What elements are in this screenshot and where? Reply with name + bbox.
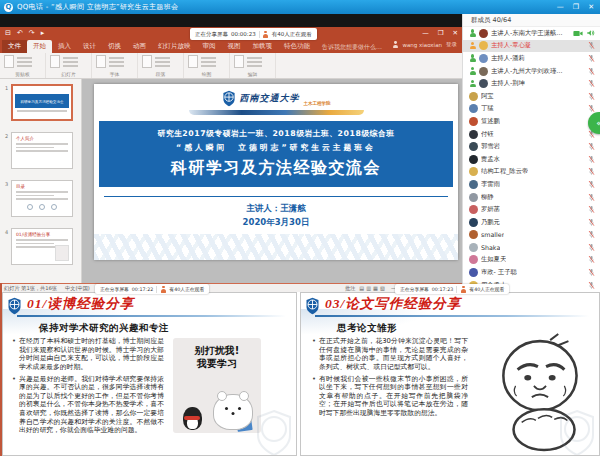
ppt-tab-10[interactable]: 加载项 (247, 40, 279, 53)
mic-muted-icon (588, 155, 595, 164)
member-name: 笪述鹏 (481, 117, 500, 126)
member-status-icons (588, 155, 595, 164)
penguin-figure (183, 407, 202, 430)
account-name: wang xiaoxian (402, 42, 442, 48)
member-row[interactable]: smaller (463, 229, 600, 242)
ppt-tab-7[interactable]: 幻灯片放映 (152, 40, 197, 53)
member-row[interactable]: 结构工程_陈云帝 (463, 166, 600, 179)
redo-icon[interactable]: ↷ (29, 29, 35, 37)
ppt-close-icon[interactable]: ✕ (453, 29, 458, 37)
slide-thumbnail[interactable]: 3目录 (2, 180, 81, 217)
bullet-paragraph: 在正式开始之前，花30分钟来沉淀心灵吧！写下任何盘旋在脑海中的事情，无论是需要完… (312, 337, 468, 372)
member-status-icons (588, 193, 595, 202)
ribbon-group: 段落 (138, 53, 184, 78)
member-row[interactable]: 主持人-潘莉 (463, 52, 600, 65)
bullet-paragraph: 兴趣是最好的老师。我们对待学术研究要保持浓厚的兴趣。不可否认的是，很多同学选择读… (12, 375, 164, 435)
avatar (479, 79, 488, 88)
ppt-tab-4[interactable]: 设计 (77, 40, 102, 53)
ppt-account[interactable]: wang xiaoxian 登录 (392, 41, 457, 48)
ppt-tab-11[interactable]: 特色功能 (278, 40, 316, 53)
share-timer: 00:17:23 (432, 287, 454, 292)
undo-icon[interactable]: ↶ (17, 29, 23, 37)
member-status-icons (588, 167, 595, 176)
meme-text-line2: 我要学习 (173, 358, 261, 371)
viewers-icon (160, 286, 166, 293)
member-row[interactable]: 主讲人-东南大学王潇舷… (463, 27, 600, 40)
ppt-tab-2[interactable]: 开始 (27, 40, 52, 53)
screen-share-bar[interactable]: 正在分享屏幕 00:17:22 有40人正在观看 (95, 284, 209, 294)
member-status-icons (573, 29, 595, 37)
notes-button[interactable]: 批注 (345, 285, 355, 292)
speaker-on-icon (586, 29, 595, 37)
role-person-icon (469, 54, 476, 62)
mic-muted-icon (588, 193, 595, 202)
ppt-tab-3[interactable]: 插入 (52, 40, 77, 53)
viewers-icon (460, 286, 466, 293)
bullet-paragraph: 在经历了本科和硕士时的打基础，博士期间应是我们来观察和认识世界的时候。博士学习的… (12, 337, 164, 372)
member-row[interactable]: 罗妍菡 (463, 203, 600, 216)
panel-body: 在正式开始之前，花30分钟来沉淀心灵吧！写下任何盘旋在脑海中的事情，无论是需要完… (312, 337, 468, 421)
member-name: 主持人-荆坤 (491, 79, 525, 88)
role-person-icon (469, 42, 476, 50)
mic-muted-icon (588, 67, 595, 76)
avatar (479, 41, 488, 50)
member-name: 李雷雨 (481, 180, 500, 189)
ppt-tab-9[interactable]: 视图 (222, 40, 247, 53)
share-viewers: 有40人正在观看 (169, 286, 204, 292)
member-row[interactable]: 贾孟水 (463, 153, 600, 166)
member-row[interactable]: 笪述鹏 (463, 115, 600, 128)
watermark-logo (557, 409, 597, 456)
save-icon[interactable]: ⊟ (5, 29, 11, 37)
member-row[interactable]: 丁猛 (463, 103, 600, 116)
mic-muted-icon (588, 268, 595, 277)
member-row[interactable]: 市政- 王子聪 (463, 266, 600, 279)
qq-app-icon: Q (4, 3, 13, 12)
member-row[interactable]: 主讲人-九州大学刘欢瑾… (463, 65, 600, 78)
screen-share-bar[interactable]: 正在分享屏幕 00:00:23 有40人正在观看 (190, 28, 317, 40)
member-name: 主持人-潘莉 (491, 54, 525, 63)
ppt-tab-6[interactable]: 动画 (127, 40, 152, 53)
slide-thumbnail[interactable]: 2个人简介 (2, 132, 81, 169)
member-row[interactable]: 柳静 (463, 191, 600, 204)
member-row[interactable]: Shaka (463, 241, 600, 254)
minimize-icon[interactable]: — (557, 0, 564, 14)
share-timer: 00:00:23 (231, 31, 256, 37)
ppt-status-bar: 幻灯片 第1张，共16张 中文(中国) 批注 ▤▥▦▧ — + 82% (0, 283, 462, 292)
member-row[interactable]: 生如夏天 (463, 254, 600, 267)
restore-icon[interactable]: ❐ (573, 0, 579, 14)
avatar (469, 205, 478, 214)
mic-muted-icon (588, 180, 595, 189)
member-name: 丁猛 (481, 104, 494, 113)
member-count-header: 群成员 40/64 (463, 14, 600, 27)
ppt-tab-5[interactable]: 切换 (102, 40, 127, 53)
view-buttons[interactable]: ▤▥▦▧ (359, 285, 387, 291)
member-row[interactable]: 郭雪岩 (463, 140, 600, 153)
slide-speaker: 主讲人：王潇舷 (94, 203, 458, 215)
ppt-minimize-icon[interactable]: — (422, 29, 429, 37)
avatar (469, 180, 478, 189)
close-icon[interactable]: ✕ (588, 0, 594, 14)
screen-share-bar[interactable]: 正在分享屏幕 00:17:23 有40人正在观看 (395, 284, 509, 294)
member-status-icons (588, 230, 595, 239)
member-row[interactable]: 付钰 (463, 128, 600, 141)
member-name: 市政- 王子聪 (481, 268, 517, 277)
member-status-icons (588, 54, 595, 63)
member-row[interactable]: 乃鹏元 (463, 216, 600, 229)
member-status-icons (588, 205, 595, 214)
member-row[interactable]: 阿宝 (463, 90, 600, 103)
avatar (469, 167, 478, 176)
mic-muted-icon (588, 255, 595, 264)
tell-me-box[interactable]: 告诉我您想要做什么… (316, 40, 382, 53)
slide-thumbnail[interactable]: 1科研学习及方法经验交流会 (2, 84, 81, 121)
slide-thumbnail[interactable]: 401/读博经验分享 (2, 228, 81, 265)
member-status-icons (588, 218, 595, 227)
ppt-tab-8[interactable]: 审阅 (197, 40, 222, 53)
member-row[interactable]: 李雷雨 (463, 178, 600, 191)
slideshow-icon[interactable]: ▸ (41, 29, 45, 37)
member-status-icons (588, 281, 595, 290)
ppt-tab-1[interactable]: 文件 (2, 40, 27, 53)
mic-muted-icon (588, 142, 595, 151)
member-row[interactable]: 主持人-荆坤 (463, 77, 600, 90)
member-row[interactable]: 主持人-覃心凝 (463, 40, 600, 53)
ppt-restore-icon[interactable]: ❐ (438, 29, 444, 37)
